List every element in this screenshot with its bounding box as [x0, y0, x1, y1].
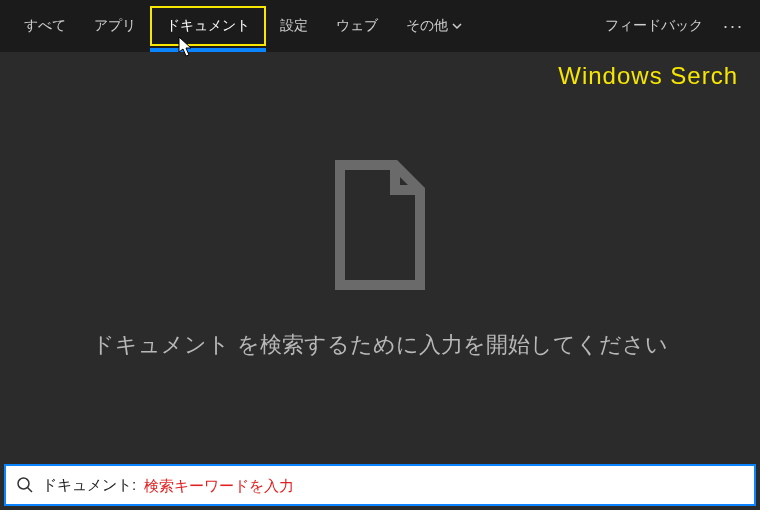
feedback-link[interactable]: フィードバック: [605, 17, 703, 35]
tab-label: ドキュメント: [166, 17, 250, 35]
tab-label: その他: [406, 17, 448, 35]
search-scope-label: ドキュメント:: [42, 476, 136, 495]
tab-label: 設定: [280, 17, 308, 35]
tab-label: ウェブ: [336, 17, 378, 35]
search-icon: [16, 476, 34, 494]
tab-label: アプリ: [94, 17, 136, 35]
topbar: すべて アプリ ドキュメント 設定 ウェブ その他 フィードバック ···: [0, 0, 760, 52]
chevron-down-icon: [452, 18, 462, 34]
tab-more[interactable]: その他: [392, 0, 476, 52]
tab-all[interactable]: すべて: [10, 0, 80, 52]
document-icon: [330, 160, 430, 290]
topbar-right: フィードバック ···: [605, 16, 750, 37]
svg-point-0: [18, 478, 29, 489]
search-bar[interactable]: ドキュメント:: [4, 464, 756, 506]
banner-title: Windows Serch: [558, 62, 738, 90]
svg-line-1: [28, 488, 33, 493]
tabs: すべて アプリ ドキュメント 設定 ウェブ その他: [10, 0, 476, 52]
more-button[interactable]: ···: [717, 16, 750, 37]
tab-settings[interactable]: 設定: [266, 0, 322, 52]
tab-apps[interactable]: アプリ: [80, 0, 150, 52]
empty-state: ドキュメント を検索するために入力を開始してください: [0, 160, 760, 360]
empty-state-prompt: ドキュメント を検索するために入力を開始してください: [92, 330, 667, 360]
tab-documents[interactable]: ドキュメント: [150, 6, 266, 46]
search-input[interactable]: [144, 477, 744, 494]
tab-web[interactable]: ウェブ: [322, 0, 392, 52]
tab-label: すべて: [24, 17, 66, 35]
